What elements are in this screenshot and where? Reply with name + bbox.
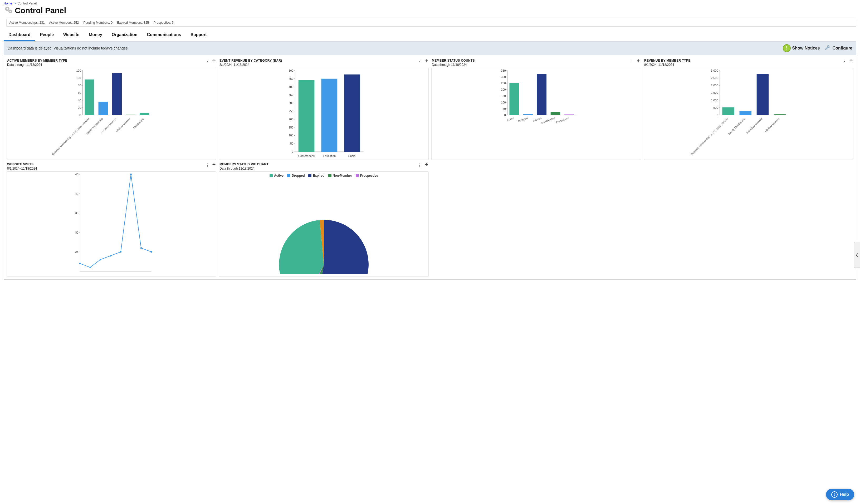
dashboard-grid: ACTIVE MEMBERS BY MEMBER TYPE Data throu…	[4, 56, 856, 280]
chart-members-pie	[219, 181, 428, 274]
svg-text:35: 35	[75, 211, 78, 214]
svg-point-129	[130, 174, 132, 175]
svg-text:250: 250	[288, 109, 293, 113]
svg-text:100: 100	[501, 101, 506, 104]
svg-text:Business Membership - admin ad: Business Membership - admin adds member	[51, 117, 90, 156]
svg-text:Prospective: Prospective	[556, 116, 569, 124]
svg-text:350: 350	[501, 69, 506, 72]
svg-point-124	[79, 263, 81, 264]
alert-icon: !	[783, 44, 791, 52]
tab-website[interactable]: Website	[58, 29, 84, 41]
svg-point-128	[120, 251, 121, 253]
svg-text:30: 30	[75, 231, 78, 234]
svg-text:150: 150	[501, 94, 506, 98]
svg-text:300: 300	[288, 101, 293, 105]
legend-item: Prospective	[356, 174, 378, 177]
panel-subtitle: Data through 11/18/2024	[7, 63, 68, 66]
panel-menu-icon[interactable]: ⋮	[205, 163, 210, 167]
stats-bar: Active Memberships: 231 Active Members: …	[6, 19, 856, 27]
svg-point-127	[110, 255, 112, 256]
svg-point-1	[6, 8, 8, 10]
tab-dashboard[interactable]: Dashboard	[4, 29, 35, 41]
svg-rect-22	[99, 102, 108, 115]
configure-button[interactable]: Configure	[824, 44, 852, 52]
main-tabs: Dashboard People Website Money Organizat…	[0, 29, 860, 41]
svg-rect-20	[85, 79, 94, 115]
panel-menu-icon[interactable]: ⋮	[205, 60, 210, 64]
tab-organization[interactable]: Organization	[107, 29, 142, 41]
page-title: Control Panel	[15, 6, 66, 15]
svg-rect-82	[537, 74, 546, 115]
alert-text: Dashboard data is delayed. Visualization…	[8, 46, 129, 50]
panel-menu-icon[interactable]: ⋮	[842, 60, 847, 64]
svg-text:1,500: 1,500	[711, 91, 718, 94]
svg-rect-24	[112, 73, 122, 115]
svg-point-125	[89, 266, 91, 268]
wrench-icon	[824, 44, 831, 52]
panel-menu-icon[interactable]: ⋮	[418, 163, 422, 167]
chart-member-status: 050100150200250300350ActiveDroppedExpire…	[432, 68, 641, 160]
svg-text:100: 100	[76, 76, 81, 79]
show-notices-button[interactable]: ! Show Notices	[783, 44, 820, 52]
breadcrumb-home[interactable]: Home	[4, 2, 12, 5]
svg-text:0: 0	[292, 150, 293, 153]
svg-text:40: 40	[78, 99, 81, 102]
side-drawer-toggle[interactable]: ❮	[854, 242, 860, 268]
breadcrumb-here: Control Panel	[17, 2, 37, 5]
svg-text:20: 20	[78, 106, 81, 109]
svg-text:0: 0	[717, 114, 718, 117]
svg-text:Membership: Membership	[132, 117, 145, 129]
svg-text:120: 120	[76, 69, 81, 72]
svg-text:Education: Education	[323, 154, 336, 158]
svg-text:0: 0	[80, 114, 81, 117]
svg-text:500: 500	[713, 106, 718, 109]
svg-text:25: 25	[75, 250, 78, 253]
panel-move-icon[interactable]	[849, 59, 853, 64]
svg-text:2,000: 2,000	[711, 84, 718, 87]
tab-money[interactable]: Money	[84, 29, 107, 41]
panel-title: WEBSITE VISITS	[7, 162, 37, 166]
chart-event-revenue: 050100150200250300350400450500Conference…	[219, 68, 428, 160]
svg-text:50: 50	[503, 107, 506, 110]
panel-subtitle: 8/1/2024–11/18/2024	[644, 63, 691, 66]
svg-rect-54	[299, 80, 315, 152]
panel-title: REVENUE BY MEMBER TYPE	[644, 59, 691, 62]
legend-item: Non-Member	[328, 174, 352, 177]
tab-support[interactable]: Support	[186, 29, 211, 41]
svg-rect-80	[523, 114, 533, 115]
tab-communications[interactable]: Communications	[142, 29, 186, 41]
panel-title: MEMBER STATUS COUNTS	[432, 59, 475, 62]
panel-move-icon[interactable]	[637, 59, 641, 64]
svg-text:Lifetime Member: Lifetime Member	[764, 117, 780, 133]
svg-text:400: 400	[288, 85, 293, 88]
svg-point-130	[141, 247, 142, 249]
svg-text:45: 45	[75, 173, 78, 176]
panel-event-revenue: EVENT REVENUE BY CATEGORY (BAR) 8/1/2024…	[219, 59, 429, 160]
svg-text:500: 500	[288, 69, 293, 72]
svg-text:200: 200	[288, 118, 293, 121]
pie-legend: Active Dropped Expired Non-Member Prospe…	[219, 172, 428, 181]
svg-rect-86	[564, 115, 574, 115]
svg-text:1,000: 1,000	[711, 99, 718, 102]
stat-prospective: Prospective: 5	[154, 21, 174, 25]
svg-text:0: 0	[504, 114, 506, 117]
tab-people[interactable]: People	[35, 29, 58, 41]
panel-menu-icon[interactable]: ⋮	[630, 60, 634, 64]
panel-move-icon[interactable]	[425, 59, 428, 64]
svg-text:Business Membership - admin ad: Business Membership - admin adds member	[690, 117, 729, 156]
svg-point-131	[150, 251, 152, 253]
panel-revenue-type: REVENUE BY MEMBER TYPE 8/1/2024–11/18/20…	[644, 59, 854, 160]
panel-move-icon[interactable]	[425, 163, 428, 167]
panel-subtitle: 8/1/2024–11/18/2024	[7, 167, 37, 171]
svg-text:80: 80	[78, 84, 81, 87]
panel-move-icon[interactable]	[212, 59, 216, 64]
panel-move-icon[interactable]	[212, 163, 216, 167]
svg-text:50: 50	[290, 142, 293, 145]
svg-rect-106	[740, 111, 752, 115]
svg-text:3,000: 3,000	[711, 69, 718, 72]
legend-item: Dropped	[287, 174, 304, 177]
legend-item: Expired	[308, 174, 324, 177]
svg-point-3	[10, 11, 11, 12]
panel-menu-icon[interactable]: ⋮	[418, 60, 422, 64]
panel-member-status: MEMBER STATUS COUNTS Data through 11/18/…	[431, 59, 641, 160]
